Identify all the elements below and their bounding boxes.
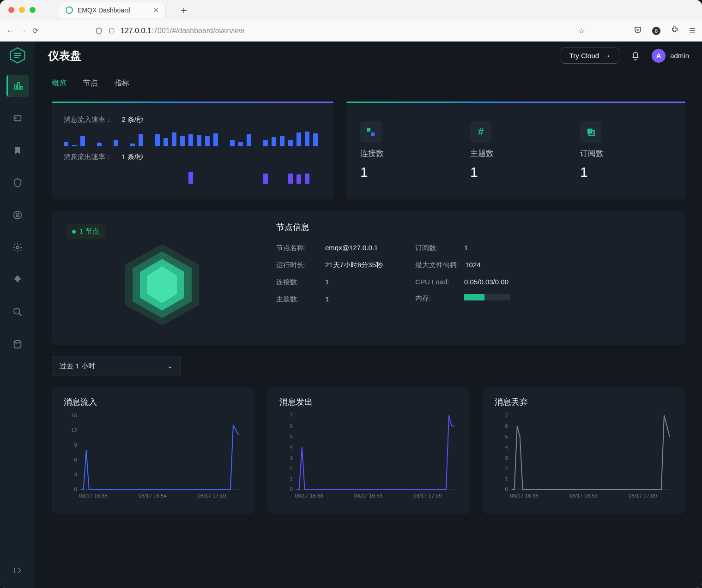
chart-in-svg: 0369121508/17 16:3808/17 16:5408/17 17:1… xyxy=(64,410,242,503)
tab-nodes[interactable]: 节点 xyxy=(83,78,98,88)
bookmark-icon[interactable]: ☆ xyxy=(578,26,585,35)
rate-out-value: 1 条/秒 xyxy=(121,153,143,161)
chart-out-title: 消息发出 xyxy=(279,396,458,408)
svg-text:7: 7 xyxy=(505,412,508,418)
svg-text:4: 4 xyxy=(505,444,508,450)
subnav-tabs: 概览 节点 指标 xyxy=(35,70,702,96)
maximize-window[interactable] xyxy=(30,7,36,13)
svg-text:08/17 17:10: 08/17 17:10 xyxy=(198,492,226,498)
sidebar-collapse-button[interactable] xyxy=(6,561,29,580)
pocket-icon[interactable] xyxy=(634,26,642,36)
close-tab-icon[interactable]: ✕ xyxy=(153,6,159,14)
nav-back-icon[interactable]: ← xyxy=(6,27,14,35)
username: admin xyxy=(670,52,689,60)
node-uptime-key: 运行时长: xyxy=(276,261,319,270)
time-range-value: 过去 1 小时 xyxy=(60,362,95,371)
sidebar-item-plugin[interactable] xyxy=(6,269,29,291)
svg-text:9: 9 xyxy=(74,442,77,448)
sidebar-item-list[interactable] xyxy=(6,204,29,226)
node-conn-key: 连接数: xyxy=(276,278,319,287)
url-bar: ← → ⟳ 127.0.0.1:7001/#/dashboard/overvie… xyxy=(0,20,702,42)
svg-text:08/17 17:09: 08/17 17:09 xyxy=(413,492,442,498)
sidebar-item-search[interactable] xyxy=(6,301,29,323)
node-mem-key: 内存: xyxy=(415,294,458,303)
chart-msg-in: 消息流入 0369121508/17 16:3808/17 16:5408/17… xyxy=(52,387,254,514)
sidebar-item-shield[interactable] xyxy=(6,172,29,194)
topics-icon: # xyxy=(470,121,491,143)
svg-text:1: 1 xyxy=(505,475,508,481)
tab-title: EMQX Dashboard xyxy=(78,6,130,14)
node-count-chip[interactable]: 1 节点 xyxy=(67,224,105,239)
stat-topics-value: 1 xyxy=(470,164,562,180)
sidebar-item-storage[interactable] xyxy=(6,333,29,355)
memory-bar xyxy=(464,294,510,300)
minimize-window[interactable] xyxy=(19,7,25,13)
topbar: 仪表盘 Try Cloud → A admin xyxy=(35,42,702,70)
arrow-right-icon: → xyxy=(604,52,611,60)
app-logo[interactable] xyxy=(8,46,27,65)
svg-text:08/17 16:53: 08/17 16:53 xyxy=(354,492,382,498)
node-name-value: emqx@127.0.0.1 xyxy=(325,244,378,252)
node-sub-value: 1 xyxy=(464,244,468,252)
content-area: 仪表盘 Try Cloud → A admin 概览 xyxy=(35,42,702,588)
chart-drop-svg: 0123456708/17 16:3808/17 16:5308/17 17:0… xyxy=(495,410,673,503)
svg-point-8 xyxy=(16,246,19,249)
notifications-icon[interactable] xyxy=(630,51,641,61)
extensions-icon[interactable] xyxy=(671,26,679,36)
sidebar-item-auth[interactable] xyxy=(6,107,29,129)
svg-text:6: 6 xyxy=(290,423,292,429)
time-range-select[interactable]: 过去 1 小时 ⌄ xyxy=(52,356,181,376)
node-info-title: 节点信息 xyxy=(276,222,671,233)
svg-text:5: 5 xyxy=(290,433,292,439)
sidebar-item-dashboard[interactable] xyxy=(6,75,29,97)
svg-text:08/17 17:09: 08/17 17:09 xyxy=(629,492,657,498)
svg-rect-3 xyxy=(18,83,19,90)
svg-text:0: 0 xyxy=(505,486,508,492)
url-host: 127.0.0.1 xyxy=(121,27,151,35)
stat-topics-label: 主题数 xyxy=(470,148,562,159)
rate-out-sparkline xyxy=(64,165,321,184)
svg-text:3: 3 xyxy=(505,455,508,461)
stat-connections-value: 1 xyxy=(360,164,452,180)
try-cloud-button[interactable]: Try Cloud → xyxy=(561,48,619,64)
hamburger-menu-icon[interactable]: ☰ xyxy=(689,26,696,35)
nav-refresh-icon[interactable]: ⟳ xyxy=(32,26,38,35)
svg-text:2: 2 xyxy=(505,465,508,471)
try-cloud-label: Try Cloud xyxy=(569,52,599,60)
node-hex-graphic xyxy=(67,239,258,331)
close-window[interactable] xyxy=(8,7,14,13)
rate-in-sparkline xyxy=(64,128,321,146)
tab-overview[interactable]: 概览 xyxy=(52,78,67,88)
svg-text:1: 1 xyxy=(290,475,292,481)
node-uptime-value: 21天7小时6分35秒 xyxy=(325,261,383,270)
url-field[interactable]: 127.0.0.1:7001/#/dashboard/overview xyxy=(95,27,529,35)
new-tab-button[interactable]: ＋ xyxy=(179,3,189,17)
svg-rect-4 xyxy=(20,86,22,89)
subs-icon xyxy=(580,121,601,143)
shield-icon xyxy=(95,27,103,35)
rate-in-value: 2 条/秒 xyxy=(121,115,143,123)
account-badge[interactable]: 8 xyxy=(652,27,660,35)
stat-connections-label: 连接数 xyxy=(360,148,452,159)
svg-rect-0 xyxy=(109,29,114,33)
browser-tab[interactable]: EMQX Dashboard ✕ xyxy=(59,2,166,18)
svg-text:08/17 16:53: 08/17 16:53 xyxy=(569,492,598,498)
stat-connections: 连接数 1 xyxy=(360,121,452,180)
svg-text:08/17 16:54: 08/17 16:54 xyxy=(139,492,167,498)
page-title: 仪表盘 xyxy=(48,48,81,63)
svg-rect-2 xyxy=(14,85,16,89)
titlebar: EMQX Dashboard ✕ ＋ xyxy=(0,0,702,20)
rate-in-label: 消息流入速率： xyxy=(64,115,112,123)
emqx-favicon-icon xyxy=(66,6,73,14)
sidebar-item-gear[interactable] xyxy=(6,236,29,258)
nav-forward-icon[interactable]: → xyxy=(19,27,27,35)
sidebar-item-bookmark[interactable] xyxy=(6,139,29,162)
app-root: 仪表盘 Try Cloud → A admin 概览 xyxy=(0,42,702,588)
node-name-key: 节点名称: xyxy=(276,244,319,252)
tab-metrics[interactable]: 指标 xyxy=(115,78,129,88)
chart-out-svg: 0123456708/17 16:3808/17 16:5308/17 17:0… xyxy=(279,410,458,503)
status-dot-icon xyxy=(72,230,76,234)
user-menu[interactable]: A admin xyxy=(652,49,689,63)
chart-drop-title: 消息丢弃 xyxy=(495,396,673,408)
svg-text:6: 6 xyxy=(505,423,508,429)
